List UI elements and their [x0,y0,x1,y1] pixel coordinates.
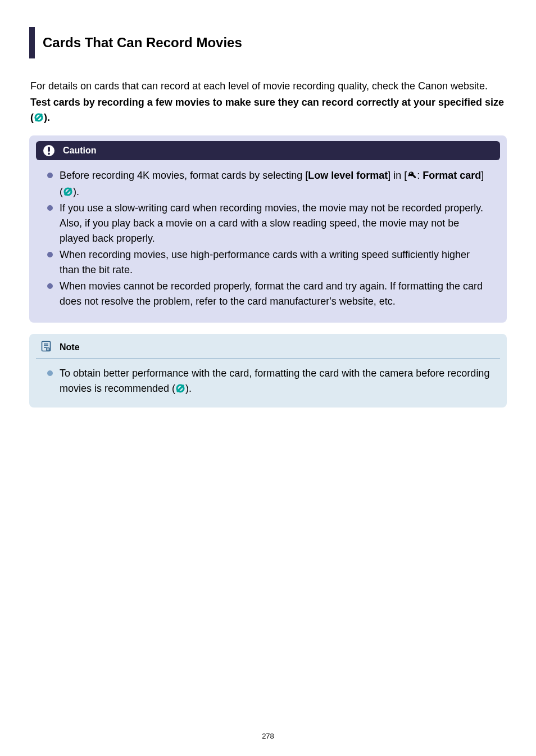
note-header: Note [36,339,500,359]
caution-item: When movies cannot be recorded properly,… [60,279,490,309]
svg-point-12 [48,349,49,350]
intro-bold-post: ). [44,112,50,123]
caution-item-bold: Low level format [308,170,388,181]
note-item-text: To obtain better performance with the ca… [60,368,489,394]
intro-bold-paragraph: Test cards by recording a few movies to … [30,95,506,125]
wrench-icon [407,169,416,184]
caution-item: If you use a slow-writing card when reco… [60,201,490,246]
caution-item-text: : [417,170,423,181]
note-icon [40,341,52,354]
svg-point-4 [48,153,50,155]
caution-header: Caution [36,141,500,160]
note-item-text: ). [185,383,192,394]
note-body: To obtain better performance with the ca… [36,366,500,396]
link-icon[interactable] [34,113,43,122]
svg-rect-3 [48,147,50,152]
caution-box: Caution Before recording 4K movies, form… [29,135,507,323]
caution-label: Caution [63,146,97,156]
caution-item-text: Before recording 4K movies, format cards… [60,170,308,181]
caution-item-text: ] in [ [388,170,407,181]
intro-paragraph: For details on cards that can record at … [30,79,506,94]
note-label: Note [60,342,80,352]
section-title-block: Cards That Can Record Movies [29,27,507,58]
note-item: To obtain better performance with the ca… [60,366,490,396]
caution-item-text: ). [73,186,79,197]
link-icon[interactable] [63,187,72,196]
caution-item: Before recording 4K movies, format cards… [60,168,490,200]
caution-icon [43,144,55,157]
caution-item-bold: Format card [423,170,481,181]
caution-body: Before recording 4K movies, format cards… [36,168,500,309]
page-number: 278 [0,732,536,740]
caution-item-text: When recording movies, use high-performa… [60,249,470,275]
link-icon[interactable] [176,384,185,393]
note-box: Note To obtain better performance with t… [29,334,507,408]
intro-bold-pre: Test cards by recording a few movies to … [30,97,504,123]
caution-item-text: When movies cannot be recorded properly,… [60,280,483,307]
page-title: Cards That Can Record Movies [43,35,507,51]
caution-item-text: If you use a slow-writing card when reco… [60,202,483,244]
caution-item: When recording movies, use high-performa… [60,247,490,278]
